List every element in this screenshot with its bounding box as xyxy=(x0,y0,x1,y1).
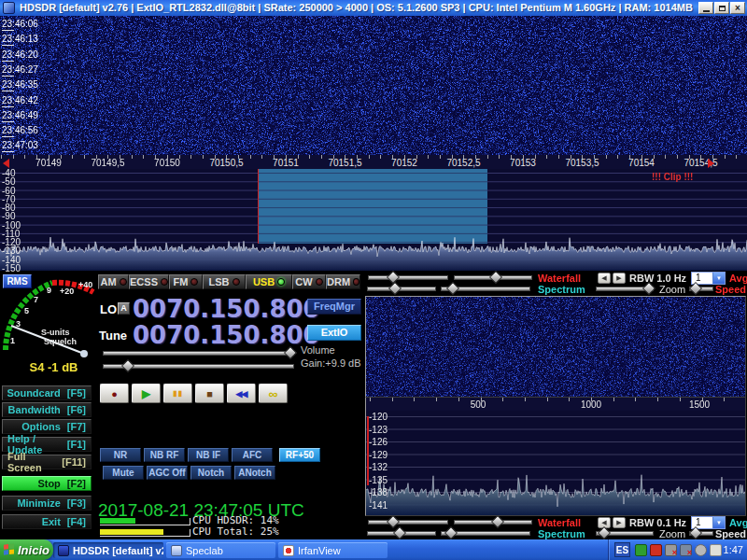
gain-slider[interactable] xyxy=(103,361,294,370)
rf-waterfall-display[interactable]: 23:46:0623:46:1323:46:2023:46:2723:46:35… xyxy=(0,16,747,155)
rf-frequency-scale[interactable]: 7014970149,57015070150,57015170151,57015… xyxy=(0,155,747,169)
sidebar-item-stop[interactable]: Stop[F2] xyxy=(2,476,92,491)
af-waterfall-upper-slider[interactable] xyxy=(368,517,448,525)
restore-button[interactable] xyxy=(714,2,729,14)
dsp-button-afc[interactable]: AFC xyxy=(232,448,273,462)
af-waterfall-canvas[interactable] xyxy=(366,297,745,397)
dsp-button-mute[interactable]: Mute xyxy=(103,466,144,480)
af-waterfall-display[interactable] xyxy=(365,296,746,398)
dsp-button-agc-off[interactable]: AGC Off xyxy=(147,466,188,480)
mode-button-fm[interactable]: FM xyxy=(169,274,203,289)
rf-waterfall-lower-slider[interactable] xyxy=(454,273,532,281)
volume-muted-tray-icon-muted-mark: × xyxy=(672,548,677,557)
mode-label: FM xyxy=(174,276,189,287)
rf-spectrum-label[interactable]: Spectrum xyxy=(538,284,585,295)
af-spectrum-label[interactable]: Spectrum xyxy=(538,528,585,539)
start-button[interactable]: Inicio xyxy=(0,539,53,560)
rf-gain-button[interactable]: RF+50 xyxy=(279,448,320,462)
extio-button[interactable]: ExtIO xyxy=(307,325,361,341)
sidebar-item-minimize[interactable]: Minimize[F3] xyxy=(2,496,92,511)
start-label: Inicio xyxy=(18,543,49,557)
rewind-button[interactable]: ◀◀ xyxy=(227,384,256,403)
rf-spectrum-lower-slider[interactable] xyxy=(441,284,530,292)
dsp-button-nr[interactable]: NR xyxy=(100,448,141,462)
lo-lock-badge[interactable]: A xyxy=(118,302,130,315)
frequency-label: 70151 xyxy=(273,158,299,168)
sidebar-item-full-screen[interactable]: Full Screen[F11] xyxy=(2,455,92,469)
mode-button-usb[interactable]: USB xyxy=(246,274,292,289)
device-muted-tray-icon[interactable]: × xyxy=(680,544,692,556)
close-button[interactable]: × xyxy=(730,2,745,14)
firewall-tray-icon[interactable] xyxy=(650,544,662,556)
sidebar-item-help-update[interactable]: Help / Update[F1] xyxy=(2,437,92,452)
s-meter[interactable]: RMS 13579+20+40 S-units Squelch S4 -1 dB xyxy=(0,272,98,383)
rf-spectrum-canvas[interactable] xyxy=(0,169,747,271)
af-db-label: -129 xyxy=(369,450,388,460)
af-zoom-slider[interactable] xyxy=(596,528,654,537)
language-indicator[interactable]: ES xyxy=(614,542,630,557)
mode-button-ecss[interactable]: ECSS xyxy=(129,274,169,289)
waterfall-timestamp: 23:46:56 xyxy=(2,125,38,135)
volume-muted-tray-icon[interactable]: × xyxy=(665,544,677,556)
gain-knob[interactable] xyxy=(121,359,134,372)
dsp-button-notch[interactable]: Notch xyxy=(190,466,232,480)
mode-button-am[interactable]: AM xyxy=(98,274,129,289)
scheduler-tray-icon[interactable] xyxy=(695,544,707,556)
rf-zoom-label[interactable]: Zoom xyxy=(659,284,685,295)
rf-waterfall-upper-slider[interactable] xyxy=(368,273,448,281)
dsp-button-anotch[interactable]: ANotch xyxy=(234,466,275,480)
rf-waterfall-canvas[interactable] xyxy=(0,16,747,155)
sidebar-item-soundcard[interactable]: Soundcard[F5] xyxy=(2,385,92,400)
af-spectrum-upper-slider[interactable] xyxy=(367,528,436,537)
loop-button[interactable]: ∞ xyxy=(259,384,288,403)
rewind-icon: ◀◀ xyxy=(236,389,247,399)
taskbar-clock[interactable]: 1:47 xyxy=(724,539,743,560)
rf-speed-label[interactable]: Speed xyxy=(715,284,746,295)
record-button[interactable]: ● xyxy=(100,384,129,403)
rf-zoom-slider[interactable] xyxy=(596,284,654,292)
updates-tray-icon[interactable] xyxy=(635,544,647,556)
stop-button[interactable]: ■ xyxy=(195,384,224,403)
af-speed-slider[interactable] xyxy=(689,528,713,537)
af-waterfall-lower-slider[interactable] xyxy=(454,517,532,525)
taskbar-task-1[interactable]: Speclab xyxy=(166,542,275,558)
stop-icon: ■ xyxy=(206,388,213,399)
freqmgr-button[interactable]: FreqMgr xyxy=(307,299,361,315)
af-spectrum-canvas[interactable] xyxy=(366,411,745,515)
gain-label: Gain:+9.9 dB xyxy=(301,357,361,369)
sidebar-item-options[interactable]: Options[F7] xyxy=(2,419,92,434)
taskbar-task-2[interactable]: IrfanView xyxy=(278,542,388,558)
rf-spectrum-upper-slider[interactable] xyxy=(367,284,436,292)
mode-button-drm[interactable]: DRM xyxy=(326,274,360,289)
af-zoom-label[interactable]: Zoom xyxy=(659,528,685,539)
sidebar-item-key: [F11] xyxy=(62,456,86,468)
mode-button-lsb[interactable]: LSB xyxy=(203,274,246,289)
pause-button[interactable]: ▮▮ xyxy=(163,384,192,403)
waterfall-time-tick xyxy=(2,30,14,31)
touchpad-tray-icon[interactable] xyxy=(710,544,722,556)
hdsdr-task-icon xyxy=(58,545,69,556)
dsp-button-nb-rf[interactable]: NB RF xyxy=(144,448,185,462)
sidebar-item-exit[interactable]: Exit[F4] xyxy=(2,514,92,529)
af-frequency-labels: 50010001500 xyxy=(366,398,747,411)
volume-slider[interactable] xyxy=(103,348,294,357)
sidebar-item-bandwidth[interactable]: Bandwidth[F6] xyxy=(2,402,92,417)
dsp-button-nb-if[interactable]: NB IF xyxy=(188,448,229,462)
af-spectrum-lower-slider[interactable] xyxy=(441,528,530,537)
af-spectrum-display[interactable]: -120-123-126-129-132-135-138-141 xyxy=(365,411,746,516)
rf-spectrum-display[interactable]: -40-50-60-70-80-90-100-110-120-130-140-1… xyxy=(0,169,747,271)
af-speed-label[interactable]: Speed xyxy=(715,528,746,539)
waterfall-time-tick xyxy=(2,136,14,137)
minimize-button[interactable] xyxy=(698,2,713,14)
tune-frequency-display[interactable]: 0070.150.800 xyxy=(133,321,320,349)
play-button[interactable]: ▶ xyxy=(132,384,161,403)
restore-icon xyxy=(719,6,726,11)
af-db-label: -138 xyxy=(369,487,388,497)
rf-speed-slider[interactable] xyxy=(689,284,713,292)
clip-warning: !!! Clip !!! xyxy=(652,172,693,182)
af-frequency-scale[interactable]: 50010001500 xyxy=(365,398,746,411)
lo-frequency-display[interactable]: 0070.150.800 xyxy=(133,295,320,323)
taskbar-task-0[interactable]: HDSDR [default] v2.... xyxy=(53,542,163,558)
pause-icon: ▮▮ xyxy=(173,389,183,398)
mode-button-cw[interactable]: CW xyxy=(292,274,326,289)
